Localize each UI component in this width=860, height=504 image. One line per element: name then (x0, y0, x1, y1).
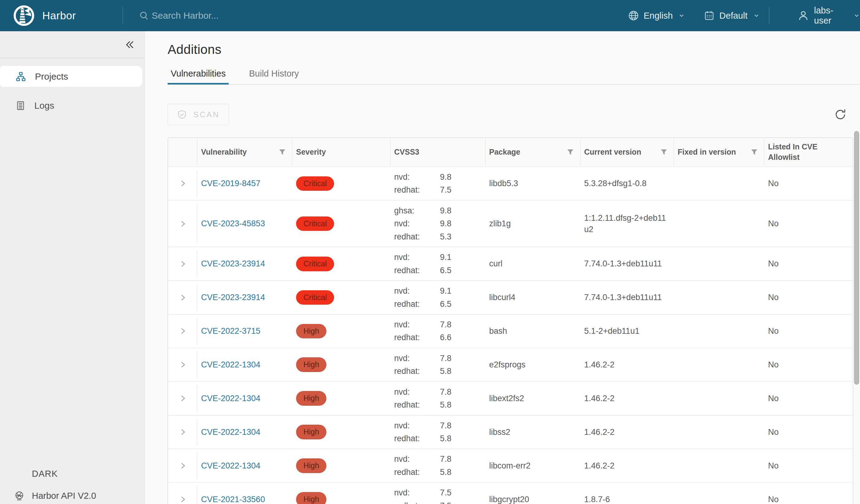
cvss-score: 9.1 (429, 285, 452, 296)
table-row: CVE-2023-23914Criticalnvd:9.1redhat:6.5c… (168, 247, 853, 281)
cve-link[interactable]: CVE-2021-33560 (201, 495, 265, 504)
severity-badge: Critical (296, 217, 334, 231)
column-header-label: Listed In CVE Allowlist (768, 142, 829, 163)
sidebar-item-label: Logs (34, 101, 54, 111)
cve-link[interactable]: CVE-2023-23914 (201, 259, 265, 268)
column-header-label: Package (489, 147, 520, 158)
cvss-source: redhat: (394, 399, 429, 410)
cvss-source: redhat: (394, 265, 429, 276)
table-header-row: VulnerabilitySeverityCVSS3PackageCurrent… (168, 138, 853, 166)
allowlist-cell: No (764, 326, 853, 337)
cve-link[interactable]: CVE-2022-1304 (201, 461, 260, 470)
current-version-cell: 5.3.28+dfsg1-0.8 (580, 178, 674, 189)
cvss-score: 9.8 (429, 218, 452, 229)
severity-cell: High (292, 492, 390, 504)
swagger-api-icon (14, 490, 25, 501)
scan-button[interactable]: SCAN (168, 104, 229, 125)
expand-row-button[interactable] (178, 428, 187, 436)
collapse-sidebar-button[interactable] (124, 39, 135, 50)
cve-link[interactable]: CVE-2022-1304 (201, 394, 260, 403)
cvss-source: redhat: (394, 500, 429, 504)
harbor-logo-icon (14, 5, 34, 26)
search-input[interactable] (152, 11, 348, 21)
cvss-score: 6.6 (429, 332, 452, 343)
language-dropdown[interactable]: English (618, 10, 694, 21)
expand-row-button[interactable] (178, 461, 187, 470)
expand-row-button[interactable] (178, 495, 187, 504)
column-header-label: Severity (296, 147, 326, 158)
cve-link[interactable]: CVE-2019-8457 (201, 179, 260, 188)
user-menu-dropdown[interactable]: labs-user (769, 5, 860, 26)
vertical-scrollbar[interactable] (854, 131, 859, 385)
expand-row-button[interactable] (178, 360, 187, 369)
cvss-source: redhat: (394, 298, 429, 310)
package-cell: libcom-err2 (485, 460, 580, 471)
expand-row-button[interactable] (178, 260, 187, 268)
vulnerability-cell: CVE-2022-1304 (197, 427, 292, 438)
expand-row-button[interactable] (178, 394, 187, 403)
column-header-label: Vulnerability (201, 147, 247, 158)
expand-row-button[interactable] (178, 220, 187, 228)
cvss-score: 9.8 (429, 172, 452, 182)
calendar-grid-icon (703, 10, 715, 21)
cve-link[interactable]: CVE-2023-23914 (201, 293, 265, 302)
vulnerability-cell: CVE-2021-33560 (197, 494, 292, 504)
column-header-expand (168, 138, 197, 166)
tab-vulnerabilities[interactable]: Vulnerabilities (168, 69, 229, 84)
allowlist-cell: No (764, 427, 853, 438)
current-version-cell: 5.1-2+deb11u1 (580, 326, 674, 337)
expand-cell (168, 172, 197, 196)
tab-build-history[interactable]: Build History (246, 69, 302, 84)
table-row: CVE-2022-3715Highnvd:7.8redhat:6.6bash5.… (168, 314, 853, 348)
cvss-source: nvd: (394, 487, 429, 498)
severity-cell: Critical (292, 290, 390, 305)
cvss-score: 7.8 (429, 420, 452, 431)
filter-icon[interactable] (278, 148, 286, 156)
allowlist-cell: No (764, 292, 853, 303)
cve-link[interactable]: CVE-2022-1304 (201, 360, 260, 369)
severity-cell: High (292, 458, 390, 473)
cvss-score: 7.8 (429, 386, 452, 398)
cvss-source: redhat: (394, 433, 429, 444)
sidebar-nav: Projects Logs (0, 58, 145, 116)
theme-toggle[interactable]: DARK (14, 469, 145, 479)
cvss3-cell: nvd:7.8redhat:5.8 (390, 454, 485, 478)
refresh-button[interactable] (834, 108, 847, 121)
cvss3-cell: nvd:9.8redhat:7.5 (390, 172, 485, 196)
cvss-source: nvd: (394, 172, 429, 182)
filter-icon[interactable] (567, 148, 574, 156)
navbar-divider (123, 7, 123, 25)
severity-badge: High (296, 391, 326, 406)
current-version-cell: 7.74.0-1.3+deb11u11 (580, 292, 674, 303)
expand-row-button[interactable] (178, 293, 187, 302)
cve-link[interactable]: CVE-2022-1304 (201, 428, 260, 436)
cvss-score: 7.5 (429, 500, 452, 504)
severity-cell: High (292, 425, 390, 440)
vulnerability-cell: CVE-2019-8457 (197, 178, 292, 189)
filter-icon[interactable] (750, 148, 758, 156)
column-header-package: Package (485, 138, 580, 166)
api-link[interactable]: Harbor API V2.0 (14, 490, 145, 501)
default-dropdown[interactable]: Default (694, 10, 769, 21)
package-cell: libgcrypt20 (485, 494, 580, 504)
cvss-score: 7.8 (429, 319, 452, 330)
expand-row-button[interactable] (178, 327, 187, 335)
severity-badge: High (296, 357, 326, 372)
sidebar-item-logs[interactable]: Logs (0, 95, 145, 116)
cve-link[interactable]: CVE-2022-3715 (201, 326, 260, 336)
cvss-score: 7.8 (429, 454, 452, 464)
sidebar-item-projects[interactable]: Projects (0, 66, 142, 87)
cvss-score: 9.1 (429, 252, 452, 263)
package-cell: libdb5.3 (485, 178, 580, 189)
cvss-source: nvd: (394, 353, 429, 364)
severity-cell: Critical (292, 256, 390, 271)
filter-icon[interactable] (660, 148, 668, 156)
cve-link[interactable]: CVE-2023-45853 (201, 219, 265, 228)
expand-cell (168, 285, 197, 310)
current-version-cell: 1.46.2-2 (580, 427, 674, 438)
cvss-source: redhat: (394, 332, 429, 343)
table-row: CVE-2022-1304Highnvd:7.8redhat:5.8libss2… (168, 415, 853, 449)
harbor-brand[interactable]: Harbor (0, 5, 123, 26)
cvss3-cell: nvd:7.8redhat:5.8 (390, 353, 485, 377)
expand-row-button[interactable] (178, 179, 187, 188)
